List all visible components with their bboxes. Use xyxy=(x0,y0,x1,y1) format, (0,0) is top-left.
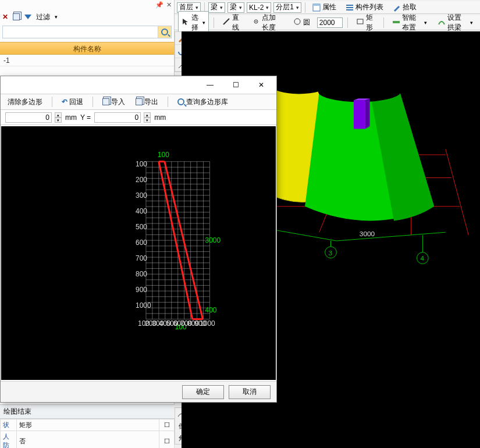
separator xyxy=(93,97,93,107)
query-label: 查询多边形库 xyxy=(186,97,228,107)
export-button[interactable]: 导出 xyxy=(133,96,161,108)
polygon-canvas[interactable]: 100 3000 400 100 10020030040050060070080… xyxy=(1,126,276,380)
svg-text:1000: 1000 xyxy=(136,301,151,310)
column-header[interactable]: 构件名称 xyxy=(0,42,174,55)
ok-button[interactable]: 确定 xyxy=(182,385,224,399)
distance-input[interactable] xyxy=(317,17,343,28)
member-label: KL-2 xyxy=(249,3,264,12)
chevron-down-icon[interactable]: ▾ xyxy=(55,14,58,20)
cancel-button[interactable]: 取消 xyxy=(229,385,271,399)
svg-text:800: 800 xyxy=(136,270,147,278)
search-input[interactable] xyxy=(2,26,158,38)
chevron-down-icon: ▾ xyxy=(266,5,269,10)
spin-up-icon[interactable]: ▴ xyxy=(144,112,151,118)
svg-text:500: 500 xyxy=(136,223,147,231)
smart-icon xyxy=(392,17,400,27)
close-button[interactable]: ✕ xyxy=(248,77,274,93)
y-spinner[interactable]: ▴▾ xyxy=(144,112,151,123)
separator xyxy=(214,17,214,28)
svg-text:1000: 1000 xyxy=(200,319,215,328)
spin-up-icon[interactable]: ▴ xyxy=(55,112,62,118)
properties-button[interactable]: 属性 xyxy=(309,2,340,13)
search-button[interactable] xyxy=(158,26,172,38)
export-icon xyxy=(136,98,143,105)
prop-value[interactable]: 矩形 xyxy=(17,419,159,431)
svg-rect-2 xyxy=(346,5,353,6)
undo-label: 回退 xyxy=(69,97,83,107)
svg-point-7 xyxy=(255,21,257,22)
line-icon xyxy=(222,17,230,27)
chevron-down-icon: ▾ xyxy=(424,20,427,26)
xy-input-row: ▴▾ mm Y = ▴▾ mm xyxy=(1,110,276,125)
arch-icon xyxy=(438,17,446,27)
maximize-button[interactable]: ☐ xyxy=(223,77,248,93)
point-length-button[interactable]: 点加长度 xyxy=(248,11,286,34)
svg-rect-1 xyxy=(313,4,320,6)
prop-key: 人防 xyxy=(1,431,17,449)
properties-label: 属性 xyxy=(322,2,336,12)
spin-down-icon[interactable]: ▾ xyxy=(144,118,151,123)
svg-point-8 xyxy=(294,19,300,24)
panel-title: 绘图结束 xyxy=(0,405,175,419)
arch-label: 设置拱梁 xyxy=(447,13,467,33)
checkbox-cell[interactable]: ☐ xyxy=(159,419,175,431)
x-spinner[interactable]: ▴▾ xyxy=(55,112,62,123)
list-item[interactable]: -1 xyxy=(0,55,174,66)
clear-polygon-button[interactable]: 清除多边形 xyxy=(5,96,45,108)
svg-text:300: 300 xyxy=(136,191,147,200)
line-button[interactable]: 直线 xyxy=(219,11,245,34)
dialog-toolbar: 清除多边形 ↶回退 导入 导出 查询多边形库 xyxy=(1,94,276,110)
y-label: Y = xyxy=(80,113,91,122)
chevron-down-icon: ▾ xyxy=(239,5,242,10)
rect-icon xyxy=(356,17,364,27)
chevron-down-icon: ▾ xyxy=(202,20,205,26)
circle-label: 圆 xyxy=(303,17,310,27)
smart-label: 智能布置 xyxy=(402,13,422,33)
unit-label: mm xyxy=(65,113,77,122)
query-library-button[interactable]: 查询多边形库 xyxy=(175,96,230,108)
separator xyxy=(168,97,168,107)
dim-label: 3000 xyxy=(205,236,221,244)
y-input[interactable] xyxy=(94,112,141,123)
rect-button[interactable]: 矩形 xyxy=(353,11,379,34)
undo-button[interactable]: ↶回退 xyxy=(59,96,86,108)
minimize-button[interactable]: — xyxy=(197,77,223,93)
search-icon xyxy=(161,29,168,35)
select-button[interactable]: 选择▾ xyxy=(178,11,209,34)
svg-rect-10 xyxy=(393,21,400,23)
svg-rect-3 xyxy=(346,7,353,8)
undo-icon: ↶ xyxy=(62,98,67,106)
search-icon xyxy=(177,98,184,105)
dialog-titlebar[interactable]: — ☐ ✕ xyxy=(1,76,276,94)
prop-value[interactable]: 否 xyxy=(17,431,159,449)
svg-text:700: 700 xyxy=(136,254,147,262)
pin-icon[interactable]: 📌 xyxy=(155,1,163,9)
eyedropper-icon xyxy=(393,3,401,12)
checkbox-cell[interactable]: ☐ xyxy=(159,431,175,449)
svg-line-5 xyxy=(223,19,229,24)
import-button[interactable]: 导入 xyxy=(100,96,127,108)
svg-text:200: 200 xyxy=(136,176,147,184)
separator xyxy=(383,17,384,28)
close-icon[interactable]: ✕ xyxy=(166,1,172,9)
smart-layout-button[interactable]: 智能布置▾ xyxy=(389,11,431,34)
rect-label: 矩形 xyxy=(366,13,375,33)
separator xyxy=(347,17,348,28)
copy-icon[interactable] xyxy=(13,13,20,20)
svg-text:400: 400 xyxy=(136,207,147,215)
svg-line-18 xyxy=(446,149,468,235)
search-row xyxy=(2,26,172,40)
delete-icon[interactable]: ✕ xyxy=(2,13,8,21)
svg-text:100: 100 xyxy=(136,160,147,168)
arch-beam-button[interactable]: 设置拱梁▾ xyxy=(434,11,477,34)
chevron-down-icon: ▾ xyxy=(296,5,299,10)
draw-toolbar: 选择▾ 直线 点加长度 圆 矩形 智能布置▾ 设置拱梁▾ xyxy=(175,15,480,30)
point-icon xyxy=(252,17,260,27)
list-icon xyxy=(346,3,354,12)
circle-button[interactable]: 圆 xyxy=(290,16,314,29)
cursor-icon xyxy=(182,17,190,27)
spin-down-icon[interactable]: ▾ xyxy=(55,118,62,123)
filter-icon[interactable] xyxy=(24,15,31,19)
select-label: 选择 xyxy=(191,13,200,33)
x-input[interactable] xyxy=(5,112,52,123)
